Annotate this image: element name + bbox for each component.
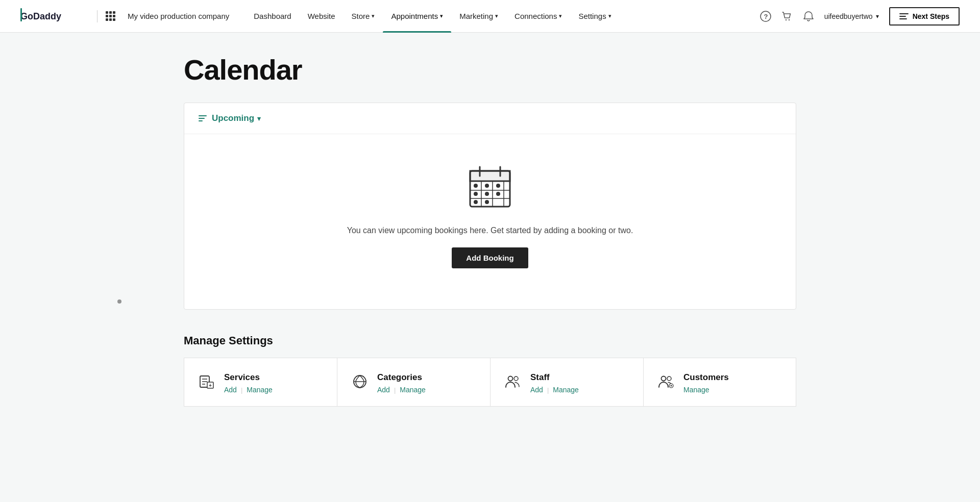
calendar-icon-wrap [467, 165, 513, 212]
cart-icon [781, 11, 793, 22]
cart-button[interactable] [781, 11, 793, 22]
svg-point-38 [662, 376, 666, 381]
svg-point-20 [474, 184, 478, 188]
customers-actions: Manage [683, 386, 729, 394]
svg-point-5 [785, 19, 786, 20]
svg-point-39 [667, 376, 671, 381]
services-divider: | [241, 386, 242, 394]
services-name: Services [224, 372, 273, 383]
categories-icon [352, 373, 368, 392]
svg-point-23 [474, 192, 478, 196]
settings-chevron-icon: ▾ [608, 13, 611, 19]
svg-point-41 [671, 385, 672, 387]
svg-point-25 [496, 192, 500, 196]
staff-card: Staff Add | Manage [490, 358, 643, 407]
staff-actions: Add | Manage [530, 386, 579, 394]
services-info: Services Add | Manage [224, 372, 273, 394]
godaddy-logo: GoDaddy [20, 8, 77, 24]
company-area: My video production company [106, 11, 229, 21]
staff-add-link[interactable]: Add [530, 386, 543, 394]
categories-manage-link[interactable]: Manage [400, 386, 426, 394]
page-title: Calendar [184, 53, 796, 86]
services-actions: Add | Manage [224, 386, 273, 394]
calendar-header: Upcoming ▾ [184, 103, 796, 134]
staff-icon [505, 373, 521, 392]
help-button[interactable]: ? [760, 11, 771, 22]
staff-manage-link[interactable]: Manage [553, 386, 579, 394]
main-nav: Dashboard Website Store ▾ Appointments ▾… [246, 0, 760, 33]
bell-icon [803, 11, 814, 22]
svg-point-27 [485, 200, 489, 204]
cursor [117, 299, 121, 304]
nav-settings[interactable]: Settings ▾ [570, 0, 619, 33]
username-label: uifeedbuyertwo [824, 12, 873, 20]
top-navigation: GoDaddy My video production company Dash… [0, 0, 980, 33]
nav-dashboard[interactable]: Dashboard [246, 0, 299, 33]
user-menu[interactable]: uifeedbuyertwo ▾ [824, 12, 879, 20]
svg-point-26 [474, 200, 478, 204]
store-chevron-icon: ▾ [372, 13, 375, 19]
next-steps-button[interactable]: Next Steps [889, 7, 960, 26]
svg-text:?: ? [764, 13, 768, 20]
filter-icon [199, 115, 207, 121]
appointments-chevron-icon: ▾ [440, 13, 443, 19]
nav-right: ? uifeedbuyertwo ▾ Ne [760, 7, 960, 26]
customers-name: Customers [683, 372, 729, 383]
nav-connections[interactable]: Connections ▾ [506, 0, 570, 33]
empty-state: You can view upcoming bookings here. Get… [184, 134, 796, 309]
svg-point-6 [788, 19, 789, 20]
categories-add-link[interactable]: Add [377, 386, 390, 394]
services-icon: + [199, 373, 215, 392]
nav-divider [97, 10, 97, 22]
svg-point-24 [485, 192, 489, 196]
services-manage-link[interactable]: Manage [247, 386, 273, 394]
customers-manage-link[interactable]: Manage [683, 386, 709, 394]
notifications-button[interactable] [803, 11, 814, 22]
svg-point-37 [514, 376, 518, 381]
customers-card: Customers Manage [643, 358, 796, 407]
marketing-chevron-icon: ▾ [495, 13, 498, 19]
categories-divider: | [394, 386, 396, 394]
svg-text:GoDaddy: GoDaddy [20, 11, 61, 21]
logo-area: GoDaddy [20, 8, 77, 24]
svg-point-36 [508, 376, 513, 381]
svg-text:+: + [209, 383, 212, 388]
nav-marketing[interactable]: Marketing ▾ [451, 0, 506, 33]
svg-point-22 [496, 184, 500, 188]
nav-appointments[interactable]: Appointments ▾ [383, 0, 451, 33]
main-content: Calendar Upcoming ▾ [163, 33, 817, 437]
grid-icon[interactable] [106, 11, 115, 21]
settings-grid: + Services Add | Manage [184, 358, 796, 407]
empty-message: You can view upcoming bookings here. Get… [347, 226, 633, 235]
list-icon [899, 13, 909, 20]
staff-divider: | [547, 386, 549, 394]
services-card: + Services Add | Manage [184, 358, 337, 407]
svg-point-21 [485, 184, 489, 188]
nav-website[interactable]: Website [300, 0, 344, 33]
upcoming-chevron-icon: ▾ [257, 115, 261, 122]
categories-actions: Add | Manage [377, 386, 426, 394]
nav-store[interactable]: Store ▾ [344, 0, 383, 33]
customers-info: Customers Manage [683, 372, 729, 394]
manage-settings-title: Manage Settings [184, 334, 796, 347]
help-icon: ? [760, 11, 771, 22]
categories-name: Categories [377, 372, 426, 383]
connections-chevron-icon: ▾ [559, 13, 562, 19]
staff-name: Staff [530, 372, 579, 383]
categories-info: Categories Add | Manage [377, 372, 426, 394]
user-chevron-icon: ▾ [876, 13, 879, 20]
customers-icon [658, 373, 674, 392]
staff-info: Staff Add | Manage [530, 372, 579, 394]
calendar-icon [467, 165, 513, 210]
svg-rect-2 [20, 8, 22, 21]
company-name: My video production company [128, 12, 229, 20]
upcoming-filter[interactable]: Upcoming ▾ [212, 113, 261, 123]
calendar-card: Upcoming ▾ [184, 103, 796, 310]
add-booking-button[interactable]: Add Booking [452, 247, 528, 268]
services-add-link[interactable]: Add [224, 386, 237, 394]
svg-rect-11 [470, 171, 510, 181]
categories-card: Categories Add | Manage [337, 358, 490, 407]
